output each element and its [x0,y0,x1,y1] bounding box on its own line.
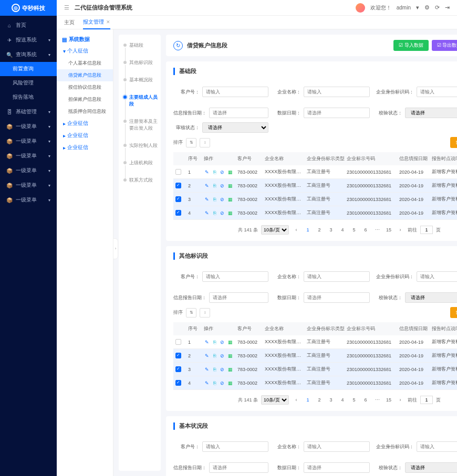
prev-page[interactable]: ‹ [292,396,300,404]
nav-subitem[interactable]: 前置查询 [0,62,57,76]
nav-item[interactable]: 📦一级菜单▾ [0,119,57,134]
logout-icon[interactable]: ⇥ [445,4,450,11]
copy-icon[interactable]: ⎘ [212,196,218,203]
detail-icon[interactable]: ▦ [227,366,233,373]
copy-icon[interactable]: ⎘ [212,352,218,359]
export-button[interactable]: ☑ 导出数据 [432,40,457,51]
page-number[interactable]: 6 [361,396,370,404]
tree-leaf[interactable]: 授信协议信息段 [57,81,113,93]
edit-icon[interactable]: ✎ [204,196,210,203]
delete-button[interactable]: 🗑 删除 [450,137,457,148]
sort-asc-button[interactable]: ⇅ [186,308,196,318]
detail-icon[interactable]: ▦ [227,339,233,345]
verify-icon[interactable]: ⊘ [220,196,226,203]
company-name-input[interactable] [304,271,370,282]
edit-icon[interactable]: ✎ [204,168,210,175]
nav-item[interactable]: 📦一级菜单▾ [0,178,57,193]
company-name-input[interactable] [304,441,370,452]
row-checkbox[interactable] [175,196,181,202]
sort-desc-button[interactable]: ↕ [200,308,210,318]
nav-item[interactable]: 📦一级菜单▾ [0,163,57,178]
copy-icon[interactable]: ⎘ [212,168,218,175]
page-size-select[interactable]: 10条/页 [261,395,289,405]
tree-group[interactable]: ▸企业征信 [57,130,113,142]
audit-status-select[interactable]: 请选择 [202,122,268,133]
page-number[interactable]: 15 [385,396,393,404]
step-item[interactable]: 其他标识段 [122,59,158,77]
page-number[interactable]: 15 [385,226,393,234]
next-page[interactable]: › [396,226,404,234]
page-size-select[interactable]: 10条/页 [261,225,289,235]
row-checkbox[interactable] [175,380,181,386]
nav-subitem[interactable]: 风险管理 [0,76,57,90]
step-item[interactable]: 基础段 [122,42,158,59]
nav-item[interactable]: ⌂首页 [0,18,57,33]
row-checkbox[interactable] [175,169,181,175]
verify-icon[interactable]: ⊘ [220,379,226,386]
row-checkbox[interactable] [175,210,181,216]
page-number[interactable]: 5 [350,396,358,404]
verify-icon[interactable]: ⊘ [220,209,226,216]
tree-leaf[interactable]: 个人基本信息段 [57,57,113,69]
report-date-input[interactable] [209,292,268,303]
edit-icon[interactable]: ✎ [204,366,210,373]
page-number[interactable]: 4 [338,396,347,404]
sort-asc-button[interactable]: ⇅ [186,138,196,147]
detail-icon[interactable]: ▦ [227,352,233,359]
customer-no-input[interactable] [202,441,268,452]
nav-subitem[interactable]: 报告落地 [0,90,57,104]
verify-status-select[interactable]: 请选择 [405,462,457,473]
goto-input[interactable] [420,396,433,404]
copy-icon[interactable]: ⎘ [212,379,218,386]
next-page[interactable]: › [396,396,404,404]
import-button[interactable]: ☑ 导入数据 [393,40,429,51]
verify-status-select[interactable]: 请选择 [405,292,457,303]
verify-status-select[interactable]: 请选择 [405,108,457,118]
tree-leaf[interactable]: 借贷账户信息段 [57,69,113,81]
page-number[interactable]: 5 [350,226,358,234]
edit-icon[interactable]: ✎ [204,339,210,345]
step-item[interactable]: 实际控制人段 [122,142,158,160]
verify-icon[interactable]: ⊘ [220,366,226,373]
row-checkbox[interactable] [175,366,181,372]
row-checkbox[interactable] [175,339,181,345]
nav-item[interactable]: 📦一级菜单▾ [0,134,57,149]
page-number[interactable]: 1 [304,396,312,404]
nav-item[interactable]: ✈报送系统▾ [0,33,57,47]
data-date-input[interactable] [304,292,370,303]
nav-item[interactable]: 🔍查询系统▾ [0,47,57,62]
user-dropdown-icon[interactable]: ▾ [416,4,419,11]
edit-icon[interactable]: ✎ [204,182,210,189]
prev-page[interactable]: ‹ [292,226,300,234]
settings-icon[interactable]: ⚙ [424,4,430,11]
copy-icon[interactable]: ⎘ [212,339,218,345]
sort-desc-button[interactable]: ↕ [200,138,210,147]
step-item[interactable]: 联系方式段 [122,177,158,194]
step-item[interactable]: 注册资本及主要出资人段 [122,118,158,142]
goto-input[interactable] [420,226,433,234]
refresh-icon[interactable]: ⟳ [435,4,440,11]
tree-leaf[interactable]: 抵质押合同信息段 [57,105,113,118]
edit-icon[interactable]: ✎ [204,379,210,386]
page-number[interactable]: 6 [361,226,370,234]
verify-icon[interactable]: ⊘ [220,352,226,359]
page-number[interactable]: 3 [327,226,335,234]
data-date-input[interactable] [304,462,370,473]
step-item[interactable]: 基本概况段 [122,77,158,94]
edit-icon[interactable]: ✎ [204,352,210,359]
tree-group[interactable]: ▸企业征信 [57,142,113,154]
verify-icon[interactable]: ⊘ [220,168,226,175]
copy-icon[interactable]: ⎘ [212,182,218,189]
data-date-input[interactable] [304,108,370,118]
step-item[interactable]: 主要组成人员段 [122,94,158,118]
nav-item[interactable]: 🗄基础管理▾ [0,104,57,119]
customer-no-input[interactable] [202,271,268,282]
detail-icon[interactable]: ▦ [227,182,233,189]
row-checkbox[interactable] [175,353,181,358]
edit-icon[interactable]: ✎ [204,209,210,216]
customer-no-input[interactable] [202,87,268,97]
copy-icon[interactable]: ⎘ [212,209,218,216]
delete-button[interactable]: 🗑 删除 [450,307,457,318]
page-number[interactable]: 1 [304,226,312,234]
detail-icon[interactable]: ▦ [227,168,233,175]
